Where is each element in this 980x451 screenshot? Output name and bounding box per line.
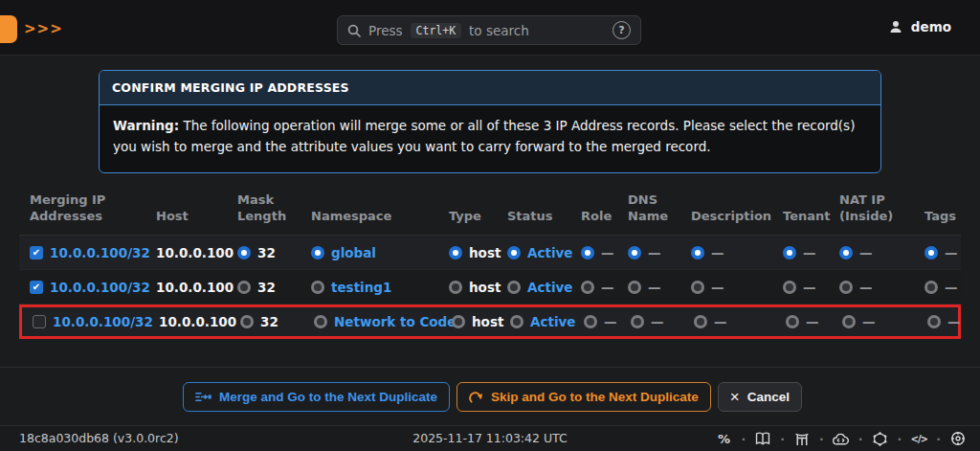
dns-empty: — — [648, 245, 661, 260]
username: demo — [911, 19, 951, 34]
table-header-row: Merging IP Addresses Host Mask Length Na… — [19, 192, 961, 236]
nat-ip-radio[interactable] — [839, 246, 853, 259]
col-header-tags: Tags — [924, 209, 964, 225]
role-empty: — — [601, 280, 614, 295]
tenant-radio[interactable] — [783, 281, 796, 294]
mask-radio[interactable] — [237, 246, 251, 259]
docs-book-icon[interactable] — [754, 430, 771, 447]
role-empty: — — [601, 245, 614, 260]
type-value: host — [469, 280, 501, 295]
section-divider — [0, 367, 980, 368]
tenant-radio[interactable] — [786, 315, 799, 328]
mask-value: 32 — [257, 280, 276, 295]
status-radio[interactable] — [507, 246, 521, 259]
type-value: host — [472, 314, 503, 329]
description-empty: — — [711, 280, 724, 295]
dns-radio[interactable] — [628, 281, 641, 294]
dot-separator: · — [936, 432, 941, 446]
search-hint-press: Press — [368, 23, 403, 38]
row-select-checkbox[interactable] — [30, 246, 43, 259]
table-row: 10.0.0.100/32 10.0.0.100 32 global host … — [19, 236, 961, 270]
tenant-radio[interactable] — [783, 246, 796, 259]
namespace-radio[interactable] — [311, 246, 324, 259]
description-radio[interactable] — [691, 281, 704, 294]
skip-next-duplicate-button[interactable]: Skip and Go to the Next Duplicate — [457, 382, 711, 412]
role-radio[interactable] — [581, 246, 594, 259]
dot-separator: · — [780, 432, 785, 446]
table-row: 10.0.0.100/32 10.0.0.100 32 testing1 hos… — [19, 270, 961, 304]
tags-radio[interactable] — [927, 315, 941, 328]
merge-next-duplicate-button[interactable]: Merge and Go to the Next Duplicate — [183, 382, 450, 412]
status-link[interactable]: Active — [527, 245, 573, 260]
dns-radio[interactable] — [628, 246, 641, 259]
role-empty: — — [604, 314, 617, 329]
merge-warning-text: Warning: The following operation will me… — [100, 105, 880, 172]
type-radio[interactable] — [449, 246, 462, 259]
namespace-radio[interactable] — [311, 281, 324, 294]
footer: 18c8a030db68 (v3.0.0rc2) 2025-11-17 11:0… — [0, 425, 980, 451]
host-value: 10.0.0.100 — [156, 245, 234, 260]
warning-body: The following operation will merge some … — [113, 118, 855, 154]
col-header-tenant: Tenant — [783, 209, 839, 225]
description-radio[interactable] — [691, 246, 704, 259]
nat-ip-radio[interactable] — [842, 315, 856, 328]
col-header-nat-ip: NAT IP (Inside) — [839, 192, 924, 225]
ip-address-link[interactable]: 10.0.0.100/32 — [50, 245, 150, 260]
merge-table: Merging IP Addresses Host Mask Length Na… — [19, 192, 961, 339]
cancel-button[interactable]: × Cancel — [718, 382, 802, 412]
community-icon[interactable] — [949, 430, 967, 447]
tenant-empty: — — [803, 245, 816, 260]
graphql-icon[interactable] — [872, 430, 889, 447]
tenant-empty: — — [806, 314, 819, 329]
nat-ip-radio[interactable] — [839, 281, 853, 294]
tags-radio[interactable] — [924, 246, 938, 259]
tags-empty: — — [947, 314, 961, 329]
ip-address-link[interactable]: 10.0.0.100/32 — [53, 314, 153, 329]
description-radio[interactable] — [694, 315, 707, 328]
search-input[interactable]: Press Ctrl+K to search ? — [337, 15, 641, 45]
col-header-role: Role — [581, 209, 628, 225]
cloud-code-icon[interactable] — [833, 430, 850, 447]
mask-radio[interactable] — [240, 315, 254, 328]
expand-nav-arrows[interactable]: >>> — [24, 20, 63, 37]
role-radio[interactable] — [581, 281, 594, 294]
dns-empty: — — [648, 280, 661, 295]
search-help-icon[interactable]: ? — [612, 21, 631, 39]
status-radio[interactable] — [510, 315, 523, 328]
type-value: host — [469, 245, 501, 260]
torii-gate-icon[interactable] — [793, 430, 811, 447]
status-link[interactable]: Active — [530, 314, 576, 329]
cancel-button-label: Cancel — [747, 390, 790, 404]
tenant-empty: — — [803, 280, 816, 295]
dot-separator: · — [819, 432, 824, 446]
nat-ip-empty: — — [859, 280, 873, 295]
col-header-host: Host — [156, 209, 237, 225]
sidebar-toggle-tab[interactable] — [0, 15, 17, 43]
tags-radio[interactable] — [924, 281, 938, 294]
ip-address-link[interactable]: 10.0.0.100/32 — [50, 280, 150, 295]
code-icon[interactable]: </> — [910, 430, 927, 447]
namespace-link[interactable]: testing1 — [331, 280, 391, 295]
mask-radio[interactable] — [237, 281, 251, 294]
status-link[interactable]: Active — [527, 280, 573, 295]
nat-ip-empty: — — [859, 245, 873, 260]
dns-radio[interactable] — [631, 315, 644, 328]
search-kbd-shortcut: Ctrl+K — [411, 23, 462, 38]
user-menu[interactable]: demo — [888, 19, 951, 34]
type-radio[interactable] — [449, 281, 462, 294]
row-select-checkbox[interactable] — [33, 315, 46, 328]
type-radio[interactable] — [452, 315, 465, 328]
role-radio[interactable] — [584, 315, 597, 328]
row-select-checkbox[interactable] — [30, 281, 43, 294]
status-radio[interactable] — [507, 281, 521, 294]
namespace-link[interactable]: Network to Code — [334, 314, 456, 329]
description-empty: — — [711, 245, 724, 260]
top-navbar: >>> Press Ctrl+K to search ? demo — [0, 0, 980, 56]
namespace-link[interactable]: global — [331, 245, 376, 260]
close-icon: × — [730, 389, 740, 405]
host-value: 10.0.0.100 — [156, 280, 234, 295]
redo-arrow-icon — [469, 391, 483, 404]
col-header-status: Status — [507, 209, 581, 225]
stats-icon[interactable]: % — [716, 430, 733, 447]
namespace-radio[interactable] — [314, 315, 327, 328]
